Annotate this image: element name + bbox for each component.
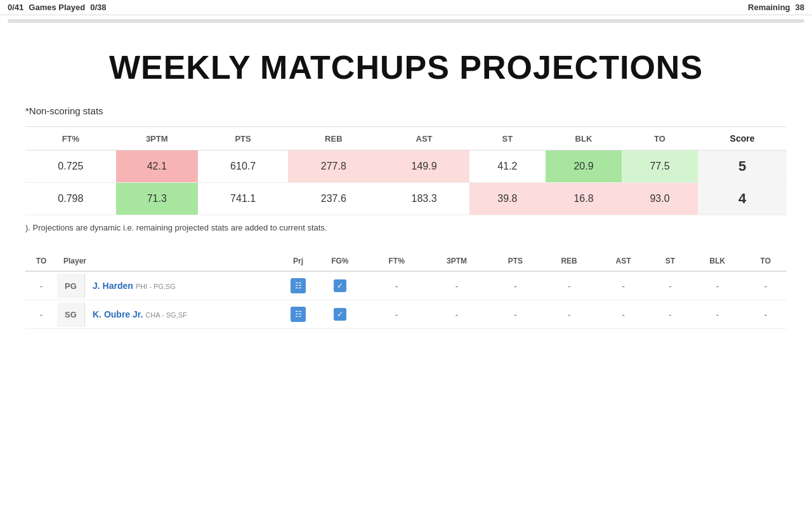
matchup-cell: 16.8 [546, 183, 622, 215]
col-header-pts: PTS [198, 127, 289, 150]
matchup-cell: 42.1 [116, 150, 198, 183]
matchup-cell: 41.2 [469, 150, 546, 183]
top-bar-right: Remaining 38 [748, 3, 804, 12]
matchup-cell: 741.1 [198, 183, 289, 215]
col-header-ast: AST [379, 127, 469, 150]
col-header-prj: Prj [285, 251, 311, 271]
player-header-row: TO Player Prj FG% FT% 3PTM PTS REB AST S… [25, 251, 787, 271]
player-stat-tptm: - [424, 300, 490, 329]
matchup-cell: 39.8 [469, 183, 546, 215]
left-score: 0/41 [8, 3, 23, 12]
subtitle: *Non-scoring stats [25, 105, 787, 116]
top-bar: 0/41 Games Played 0/38 Remaining 38 [0, 0, 812, 15]
col-header-pts2: PTS [489, 251, 541, 271]
player-stat-to: - [745, 300, 787, 329]
page-title: WEEKLY MATCHUPS PROJECTIONS [25, 48, 787, 86]
matchup-cell: 149.9 [379, 150, 469, 183]
matchup-cell: 237.6 [288, 183, 379, 215]
player-table: TO Player Prj FG% FT% 3PTM PTS REB AST S… [25, 251, 787, 329]
player-cell: SGK. Oubre Jr.CHA - SG,SF [57, 300, 285, 329]
col-header-3ptm: 3PTM [116, 127, 198, 150]
player-position: PG [57, 274, 85, 298]
player-team: CHA - SG,SF [145, 311, 187, 319]
col-header-to: TO [622, 127, 698, 150]
matchup-cell: 93.0 [622, 183, 698, 215]
player-cell: PGJ. HardenPHI - PG,SG [57, 271, 285, 300]
col-header-reb2: REB [542, 251, 597, 271]
matchup-cell: 4 [698, 183, 787, 215]
player-team: PHI - PG,SG [136, 283, 176, 290]
col-header-st2: ST [650, 251, 690, 271]
col-header-to2: TO [745, 251, 787, 271]
col-header-score: Score [698, 127, 787, 150]
player-to: - [25, 271, 57, 300]
player-stat-reb: - [542, 271, 597, 300]
note-text: ). Projections are dynamic i.e. remainin… [25, 223, 787, 232]
player-section: TO Player Prj FG% FT% 3PTM PTS REB AST S… [25, 251, 787, 329]
remaining-value: 38 [796, 3, 804, 12]
player-stat-to: - [745, 271, 787, 300]
matchup-cell: 77.5 [622, 150, 698, 183]
player-stat-ft: - [369, 300, 424, 329]
player-stat-ft: - [369, 271, 424, 300]
matchup-cell: 610.7 [198, 150, 289, 183]
col-header-blk2: BLK [690, 251, 744, 271]
player-prj[interactable]: ☷ [285, 271, 311, 300]
player-stat-pts: - [489, 271, 541, 300]
player-stat-blk: - [690, 300, 744, 329]
player-position: SG [57, 302, 85, 327]
checkbox-icon[interactable]: ✓ [334, 279, 346, 292]
player-fg[interactable]: ✓ [311, 271, 369, 300]
col-header-reb: REB [288, 127, 379, 150]
games-played-label: Games Played [29, 3, 85, 12]
player-stat-st: - [650, 271, 690, 300]
col-header-ft: FT% [25, 127, 116, 150]
matchup-cell: 5 [698, 150, 787, 183]
player-prj[interactable]: ☷ [285, 300, 311, 329]
player-stat-reb: - [542, 300, 597, 329]
main-content: WEEKLY MATCHUPS PROJECTIONS *Non-scoring… [0, 23, 812, 342]
col-header-st: ST [469, 127, 546, 150]
col-header-ft2: FT% [369, 251, 424, 271]
matchup-cell: 0.798 [25, 183, 116, 215]
player-name-link[interactable]: J. Harden [93, 281, 133, 291]
document-icon[interactable]: ☷ [291, 307, 306, 322]
matchup-cell: 0.725 [25, 150, 116, 183]
col-header-to-left: TO [25, 251, 57, 271]
matchup-row: 0.72542.1610.7277.8149.941.220.977.55 [25, 150, 787, 183]
checkbox-icon[interactable]: ✓ [334, 308, 346, 321]
player-stat-ast: - [597, 271, 650, 300]
matchup-cell: 183.3 [379, 183, 469, 215]
col-header-player: Player [57, 251, 285, 271]
col-header-3ptm2: 3PTM [424, 251, 490, 271]
matchup-cell: 277.8 [288, 150, 379, 183]
player-stat-pts: - [489, 300, 541, 329]
col-header-ast2: AST [597, 251, 650, 271]
player-fg[interactable]: ✓ [311, 300, 369, 329]
player-row: -PGJ. HardenPHI - PG,SG☷✓-------- [25, 271, 787, 300]
top-bar-left: 0/41 Games Played 0/38 [8, 3, 107, 12]
document-icon[interactable]: ☷ [291, 278, 306, 293]
player-stat-tptm: - [424, 271, 490, 300]
matchup-row: 0.79871.3741.1237.6183.339.816.893.04 [25, 183, 787, 215]
progress-area [0, 15, 812, 23]
col-header-blk: BLK [546, 127, 622, 150]
matchup-cell: 20.9 [546, 150, 622, 183]
player-stat-blk: - [690, 271, 744, 300]
player-stat-st: - [650, 300, 690, 329]
remaining-label: Remaining [748, 3, 790, 12]
matchup-cell: 71.3 [116, 183, 198, 215]
player-stat-ast: - [597, 300, 650, 329]
player-to: - [25, 300, 57, 329]
player-name-link[interactable]: K. Oubre Jr. [93, 309, 143, 319]
player-row: -SGK. Oubre Jr.CHA - SG,SF☷✓-------- [25, 300, 787, 329]
matchup-header-row: FT% 3PTM PTS REB AST ST BLK TO Score [25, 127, 787, 150]
col-header-fg: FG% [311, 251, 369, 271]
right-score: 0/38 [90, 3, 106, 12]
matchup-table: FT% 3PTM PTS REB AST ST BLK TO Score 0.7… [25, 126, 787, 215]
